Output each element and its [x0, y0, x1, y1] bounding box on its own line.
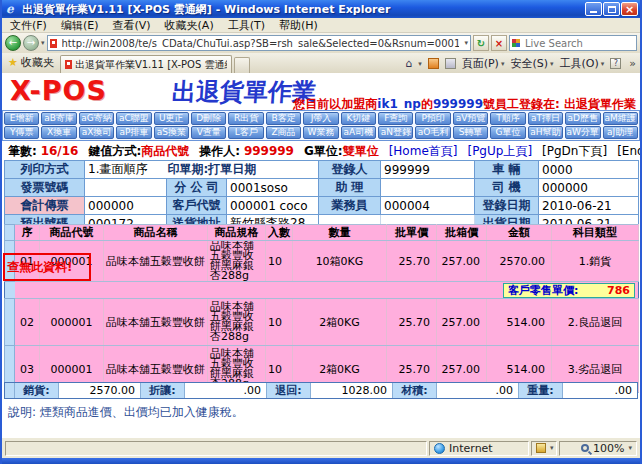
toolbar-button[interactable]: aG寄納: [79, 112, 114, 125]
toolbar-button[interactable]: aW分單: [565, 126, 600, 139]
volume-value: .00: [437, 383, 519, 398]
toolbar-button[interactable]: F查詢: [378, 112, 413, 125]
return-value: 1028.00: [311, 383, 393, 398]
key-home[interactable]: [Home首頁]: [389, 143, 458, 160]
toolbar-button[interactable]: aO毛利: [415, 126, 450, 139]
toolbar-button[interactable]: W業務: [303, 126, 338, 139]
menu-item-view[interactable]: 查看(V): [112, 18, 150, 33]
stop-button[interactable]: ×: [491, 35, 507, 51]
address-bar[interactable]: ▾: [47, 35, 471, 51]
zoom-dropdown-icon[interactable]: ▾: [628, 444, 632, 452]
minimize-button[interactable]: [585, 2, 602, 16]
command-page[interactable]: 頁面(P)▾: [462, 56, 505, 71]
chevron-down-icon[interactable]: ▾: [550, 444, 554, 452]
search-input[interactable]: [523, 37, 642, 50]
home-icon[interactable]: ⌂: [405, 57, 412, 70]
feeds-icon[interactable]: [428, 58, 439, 69]
toolbar-button[interactable]: U更正: [154, 112, 189, 125]
toolbar-button[interactable]: aB寄庫: [41, 112, 76, 125]
command-safety[interactable]: 安全(S)▾: [510, 56, 553, 71]
toolbar-button[interactable]: L客戶: [228, 126, 263, 139]
address-dropdown-icon[interactable]: ▾: [464, 39, 468, 47]
toolbar-button[interactable]: aX換司: [79, 126, 114, 139]
page-note: 說明: 煙類商品進價、出價均已加入健康稅。: [8, 404, 244, 421]
command-bar: ⌂▾ 頁面(P)▾ 安全(S)▾ 工具(O)▾ ? »: [405, 56, 638, 73]
new-tab-button[interactable]: [234, 57, 250, 73]
home-dropdown-icon[interactable]: ▾: [418, 60, 422, 68]
titlebar: e 出退貨單作業V1.11 [X-POS 雲通網] - Windows Inte…: [2, 0, 640, 18]
toolbar-button[interactable]: aM維護: [603, 112, 638, 125]
toolbar-button[interactable]: aT擇日: [528, 112, 563, 125]
zoom-control[interactable]: 100% ▾: [559, 441, 637, 456]
volume-label: 材積:: [393, 383, 437, 398]
internet-globe-icon: [434, 443, 445, 454]
toolbar-button[interactable]: Z商品: [266, 126, 301, 139]
toolbar-button[interactable]: aN登錄: [378, 126, 413, 139]
toolbar-button[interactable]: P預印: [415, 112, 450, 125]
key-end: [End尾頁]: [617, 143, 640, 160]
close-button[interactable]: ×: [621, 2, 638, 16]
toolbar-button[interactable]: aD歷售: [565, 112, 600, 125]
vehicle-label: 車 輛: [475, 161, 539, 179]
toolbar-button[interactable]: aP排車: [116, 126, 151, 139]
toolbar-button[interactable]: aS換業: [154, 126, 189, 139]
invoice-label: 發票號碼: [5, 179, 85, 197]
toolbar-button[interactable]: aV預覽: [453, 112, 488, 125]
assistant-label: 助 理: [319, 179, 381, 197]
weight-label: 重量:: [519, 383, 563, 398]
toolbar-button[interactable]: aA司機: [341, 126, 376, 139]
refresh-button[interactable]: ↻: [473, 35, 489, 51]
toolbar-button[interactable]: R出貨: [228, 112, 263, 125]
window-title: 出退貨單作業V1.11 [X-POS 雲通網] - Windows Intern…: [22, 2, 584, 17]
toolbar-button[interactable]: G單位: [490, 126, 525, 139]
toolbar-button[interactable]: aH幫助: [528, 126, 563, 139]
address-input[interactable]: [60, 37, 462, 50]
toolbar-button[interactable]: X換車: [41, 126, 76, 139]
salesman-value: 000004: [381, 197, 475, 215]
toolbar-button[interactable]: S轉單: [453, 126, 488, 139]
vehicle-value: 0000: [539, 161, 639, 179]
history-dropdown-icon[interactable]: ▾: [41, 39, 45, 47]
toolbar-button[interactable]: Y傳票: [4, 126, 39, 139]
help-icon[interactable]: ?: [610, 58, 621, 69]
table-row[interactable]: 01 000001 品味本舖五穀豐收餅 品味本舖五穀豐收餅黑麻銀杏288g 10…: [5, 241, 639, 282]
favorites-button[interactable]: ★ 收藏夹: [4, 55, 60, 73]
toolbar-button[interactable]: K切鍵: [341, 112, 376, 125]
menu-item-edit[interactable]: 编辑(E): [61, 18, 99, 33]
record-count: 16/16: [41, 144, 79, 158]
toolbar-button[interactable]: D刪除: [191, 112, 226, 125]
toolbar-button[interactable]: aC聯盟: [116, 112, 151, 125]
menu-item-tools[interactable]: 工具(T): [228, 18, 265, 33]
toolbar-button[interactable]: V查量: [191, 126, 226, 139]
employee-id: 999999: [433, 97, 483, 111]
page-content: X-POS 出退貨單作業 您目前以加盟商ik1_np的999999號員工登錄在:…: [2, 73, 640, 437]
items-table: 序 商品代號 商品名稱 商品規格 入數 數量 批單價 批箱價 金額 科目類型 0…: [4, 224, 639, 393]
toolbar-button[interactable]: B客定: [266, 112, 301, 125]
menu-item-help[interactable]: 帮助(H): [279, 18, 318, 33]
toolbar-button[interactable]: J帶入: [303, 112, 338, 125]
table-row[interactable]: 02 000001 品味本舖五穀豐收餅 品味本舖五穀豐收餅黑麻銀杏288g 10…: [5, 299, 639, 346]
tab-active[interactable]: 出退貨單作業V1.11 [X-POS 雲通網]: [60, 55, 232, 73]
sales-total-value: 2570.00: [59, 383, 141, 398]
command-tools[interactable]: 工具(O)▾: [560, 56, 605, 71]
forward-button[interactable]: →: [23, 35, 39, 51]
maximize-button[interactable]: [603, 2, 620, 16]
discount-label: 折讓:: [141, 383, 185, 398]
toolbar-button[interactable]: E增新: [4, 112, 39, 125]
col-product-code: 商品代號: [40, 225, 104, 241]
menu-item-file[interactable]: 文件(F): [10, 18, 47, 33]
discount-value: .00: [185, 383, 267, 398]
key-pgup[interactable]: [PgUp上頁]: [467, 143, 532, 160]
registrant-label: 登錄人: [319, 161, 381, 179]
toolbar-button[interactable]: T順序: [490, 112, 525, 125]
search-box[interactable]: ▾: [509, 35, 637, 51]
overflow-chevron-icon[interactable]: »: [629, 57, 636, 70]
retail-price-label: 客戶零售單價:: [508, 283, 578, 298]
back-button[interactable]: ←: [5, 35, 21, 51]
print-date-mode: 印單期:打單日期: [167, 162, 256, 176]
customer-label: 客戶代號: [167, 197, 227, 215]
menu-item-favorites[interactable]: 收藏夹(A): [165, 18, 214, 33]
print-icon[interactable]: [445, 58, 456, 69]
toolbar-button[interactable]: aJ助理: [603, 126, 638, 139]
print-mode-value: 1.畫面順序印單期:打單日期: [85, 161, 319, 179]
